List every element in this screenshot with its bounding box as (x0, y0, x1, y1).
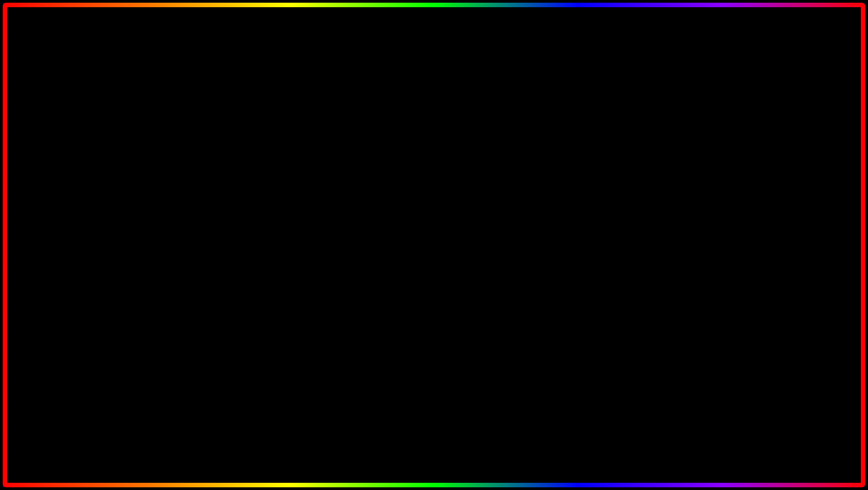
set-position-icon: ⊕ (217, 233, 224, 241)
select-boat-value[interactable]: PirateGrandBrigade ▲ (450, 202, 508, 209)
set-speed-section: Set Speed 250 Speed (343, 253, 508, 285)
logo-bl: BLOX (761, 378, 843, 412)
electric-icon: ⚡ (37, 145, 100, 199)
main-icon: ◇ (217, 161, 224, 169)
speed-bar[interactable] (343, 265, 508, 274)
sidebar2-race-v4[interactable]: 🏁 Race V4 (278, 298, 336, 312)
set-speed-label: Set Speed (343, 255, 508, 262)
teleport-icon-2: 📍 (285, 258, 292, 266)
window2-main: Select Boat PirateGrandBrigade ▲ Select … (337, 194, 514, 330)
window2-content: ⚡ Developer ◇ Main ⚙ Setting ◎ Item 📍 (278, 194, 514, 330)
material-label-lev: Material (763, 228, 783, 235)
set-pos-icon-2: ⊕ (285, 287, 292, 294)
sidebar2-main[interactable]: ◇ Main (278, 212, 336, 226)
sidebar2-set-position[interactable]: ⊕ Set Position (278, 284, 336, 298)
sidebar2-developer[interactable]: ⚡ Developer (278, 197, 336, 212)
health-bar-section: 4000 Health (275, 145, 446, 156)
race-icon-2: 🏁 (285, 302, 292, 309)
material-count-magnet: x1 (824, 136, 831, 143)
sidebar2-main-label: Main (295, 216, 308, 223)
main-icon-2: ◇ (285, 215, 292, 223)
magnet-icon: ⚓ (763, 145, 826, 199)
item-card-leviathan: Material x1 💙 LeviathanHeart (757, 223, 836, 314)
main-container: BLOX FRUITS MOBILE ✓ ANDROID ✓ Material … (0, 0, 868, 490)
mutant-icon: 🦷 (37, 230, 100, 280)
change-speed-boat-section: Change Speed Boat (343, 243, 508, 253)
window1-titlebar: Hirimi Hub − ✕ (211, 123, 451, 140)
sidebar2-sky[interactable]: 👤 Sky (278, 312, 336, 327)
select-zone-row: Select Zone Zone 4 ▲ (343, 213, 508, 227)
low-health-label: Low Health Y Tween (275, 164, 328, 171)
item-card-electric: Material x19 ⚡ Electric (32, 131, 111, 214)
sidebar2-sea-event[interactable]: 📈 Sea Event (278, 269, 336, 284)
sky-icon-2: 👤 (285, 316, 292, 323)
window1-sidebar: ⚡ Developer ◇ Main ⚙ Setting ◎ Item 📍 (211, 140, 269, 276)
race-icon: 🏁 (217, 248, 224, 255)
window1-close-button[interactable]: ✕ (437, 127, 446, 136)
sidebar1-sea-event-label: Sea Event (228, 219, 256, 226)
sidebar1-set-position[interactable]: ⊕ Set Position (211, 230, 269, 244)
item-icon: ◎ (217, 190, 224, 197)
sidebar1-race-label: Race V4 (228, 248, 251, 255)
sidebar1-developer-label: Developer (228, 147, 255, 154)
mutant-name: MutantTooth (37, 281, 105, 298)
developer-icon: ⚡ (217, 147, 224, 154)
sidebar2-teleport[interactable]: 📍 Teleport (278, 255, 336, 269)
window2-minimize-button[interactable]: − (487, 181, 496, 190)
select-zone-value-text: Zone 4 (483, 216, 501, 223)
magnet-name: MonsterMagnet (763, 200, 831, 217)
gui-window-2: Hirimi Hub − ✕ ⚡ Developer ◇ Main ⚙ Sett… (277, 176, 515, 332)
sidebar1-main-label: Main (228, 162, 241, 169)
sidebar1-item[interactable]: ◎ Item (211, 187, 269, 201)
item-card-mutant: 🦷 MutantTooth (32, 223, 111, 303)
logo-bl-text: BL (761, 379, 801, 411)
low-health-checkbox[interactable]: ✓ (438, 163, 446, 171)
sidebar2-item-label: Item (295, 245, 307, 251)
blox-fruits-logo: 💀 BLOX FRUITS (727, 378, 843, 438)
logo-ox-text: OX (801, 379, 843, 411)
teleport-icon: 📍 (217, 205, 224, 212)
skull-icon: 💀 (727, 380, 758, 410)
item-card-monster-magnet: Material x1 ⚓ MonsterMagnet (757, 131, 836, 222)
sidebar1-sky-label: Sky (228, 263, 238, 269)
window2-close-button[interactable]: ✕ (500, 181, 509, 190)
select-boat-label: Select Boat (343, 202, 375, 209)
leviathan-name: LeviathanHeart (763, 293, 831, 309)
sidebar1-sea-event[interactable]: 📈 Sea Event (211, 215, 269, 230)
sidebar2-race-label: Race V4 (295, 302, 318, 309)
sidebar1-set-position-label: Set Position (228, 234, 259, 241)
sidebar1-teleport-label: Teleport (228, 205, 249, 212)
sidebar2-sky-label: Sky (295, 316, 305, 323)
svg-point-10 (762, 101, 775, 114)
window2-controls: − ✕ (487, 181, 509, 190)
leviathan-icon: 💙 (763, 237, 826, 291)
speed-value-label: 250 Speed (343, 276, 508, 282)
sidebar2-item[interactable]: ◎ Item (278, 241, 336, 255)
script-bottom-label: SCRIPT (366, 422, 531, 474)
quest-sea-event-checkbox[interactable]: ✓ (500, 231, 508, 239)
sidebar1-sky[interactable]: 👤 Sky (211, 258, 269, 273)
sidebar2-sea-event-label: Sea Event (295, 273, 323, 280)
select-zone-label: Select Zone (343, 216, 376, 223)
sky-icon: 👤 (217, 262, 224, 269)
sidebar1-setting[interactable]: ⚙ Setting (211, 172, 269, 187)
sidebar1-main[interactable]: ◇ Main (211, 158, 269, 172)
main-title: BLOX FRUITS (3, 12, 865, 97)
window2-sidebar: ⚡ Developer ◇ Main ⚙ Setting ◎ Item 📍 (278, 194, 337, 330)
material-label-magnet: Material (763, 136, 783, 143)
sidebar1-race-v4[interactable]: 🏁 Race V4 (211, 244, 269, 258)
change-speed-boat-checkbox[interactable] (500, 288, 508, 296)
select-zone-value[interactable]: Zone 4 ▲ (483, 216, 508, 223)
window1-minimize-button[interactable]: − (424, 127, 433, 136)
setting-icon: ⚙ (217, 176, 224, 183)
change-speed-boat-label: Change Speed Boat (343, 289, 398, 296)
low-health-row: Low Health Y Tween ✓ (275, 160, 446, 174)
mobile-checkmark: ✓ (164, 183, 188, 217)
sidebar1-teleport[interactable]: 📍 Teleport (211, 201, 269, 215)
sidebar2-set-position-label: Set Position (295, 288, 327, 294)
change-speed-boat-row: Change Speed Boat (343, 285, 508, 300)
sea-event-bottom-label: SEA EVENT (104, 422, 357, 474)
sidebar1-developer[interactable]: ⚡ Developer (211, 143, 269, 158)
quest-sea-event-label: Quest Sea Event (343, 232, 389, 238)
sidebar2-setting[interactable]: ⚙ Setting (278, 226, 336, 241)
